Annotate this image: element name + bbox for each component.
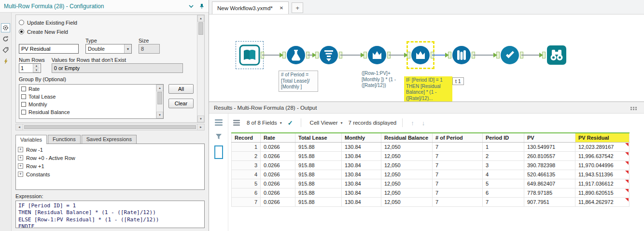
- annotation-tab-button[interactable]: [1, 45, 10, 55]
- data-page-button[interactable]: [214, 145, 223, 159]
- table-row[interactable]: 20.0266915.88130.8412,05072260.81055711,…: [232, 151, 630, 160]
- table-row[interactable]: 40.0266915.88130.8412,05074520.46613511,…: [232, 170, 630, 179]
- cell[interactable]: 2: [232, 151, 261, 160]
- cell[interactable]: 11,943.511396: [575, 170, 630, 179]
- cell[interactable]: 2: [483, 151, 524, 160]
- events-tab-button[interactable]: [1, 57, 10, 66]
- cell[interactable]: 520.466135: [524, 170, 575, 179]
- scroll-thumb[interactable]: [198, 22, 203, 35]
- cell[interactable]: 390.782398: [524, 160, 575, 170]
- group-by-item[interactable]: Residual Balance: [19, 108, 156, 116]
- floating-text-box[interactable]: t 1: [452, 77, 464, 85]
- workflow-canvas[interactable]: t 1 # of Period = [Total Lease]/ [Monthl…: [209, 14, 644, 101]
- cell[interactable]: 12,050: [381, 170, 433, 179]
- up-arrow-icon[interactable]: ↑: [408, 119, 417, 127]
- tree-item[interactable]: +Constants: [18, 170, 202, 178]
- cell[interactable]: 12,050: [381, 142, 433, 151]
- radio-icon-checked[interactable]: [19, 29, 24, 34]
- cell[interactable]: 0.0266: [261, 160, 295, 170]
- cell[interactable]: 3: [483, 160, 524, 170]
- table-row[interactable]: 70.0266915.88130.8412,05077907.795111,86…: [232, 197, 630, 206]
- cell[interactable]: 915.88: [295, 179, 342, 188]
- configuration-tab-button[interactable]: [1, 23, 10, 32]
- expand-icon[interactable]: +: [18, 155, 23, 160]
- cell[interactable]: 7: [483, 197, 524, 206]
- refresh-button[interactable]: [1, 34, 10, 43]
- cell[interactable]: 11,890.620515: [575, 188, 630, 197]
- radio-icon[interactable]: [19, 20, 24, 25]
- scroll-right-icon[interactable]: ►: [197, 124, 204, 130]
- cell[interactable]: 5: [232, 179, 261, 188]
- cell[interactable]: 7: [433, 160, 483, 170]
- cell[interactable]: 5: [483, 179, 524, 188]
- tool-annotation[interactable]: # of Period = [Total Lease]/ [Monthly ]: [279, 71, 318, 92]
- scroll-thumb[interactable]: [24, 125, 196, 129]
- expand-icon[interactable]: +: [18, 163, 23, 169]
- expand-icon[interactable]: +: [18, 172, 23, 177]
- group-by-item[interactable]: Monthly: [19, 101, 156, 108]
- cell[interactable]: 4: [232, 170, 261, 179]
- chevron-down-icon[interactable]: [188, 3, 194, 9]
- cell[interactable]: 11,864.262972: [575, 197, 630, 206]
- cell[interactable]: 11,970.044996: [575, 160, 630, 170]
- column-header[interactable]: Rate: [261, 133, 295, 142]
- scroll-up-icon[interactable]: ▲: [197, 15, 204, 22]
- type-dropdown[interactable]: Double ▼: [85, 44, 132, 54]
- filter-view-button[interactable]: [213, 131, 224, 141]
- new-field-name-input[interactable]: [19, 44, 79, 54]
- select-tool[interactable]: [452, 45, 471, 65]
- cell[interactable]: 12,050: [381, 197, 433, 206]
- multi-row-formula-tool-1[interactable]: [367, 45, 387, 65]
- scroll-down-icon[interactable]: ▼: [156, 112, 163, 118]
- cell[interactable]: 907.7951: [524, 197, 575, 206]
- table-view-button[interactable]: [213, 117, 224, 127]
- column-header[interactable]: Period ID: [483, 133, 524, 142]
- cell[interactable]: 0.0266: [261, 188, 295, 197]
- cell[interactable]: 12,050: [381, 179, 433, 188]
- cell[interactable]: 12,023.289167: [575, 142, 630, 151]
- formula-tool[interactable]: [286, 45, 306, 65]
- cell[interactable]: 130.84: [342, 197, 381, 206]
- clear-button[interactable]: Clear: [168, 99, 194, 108]
- cell[interactable]: 11,996.637542: [575, 151, 630, 160]
- multi-row-formula-tool-28[interactable]: [411, 45, 430, 65]
- cell[interactable]: 0.0266: [261, 170, 295, 179]
- checkbox[interactable]: [21, 102, 26, 107]
- cell[interactable]: 3: [232, 160, 261, 170]
- cell[interactable]: 915.88: [295, 151, 342, 160]
- group-by-scrollbar[interactable]: ▲ ▼: [156, 85, 163, 118]
- cell[interactable]: 12,050: [381, 188, 433, 197]
- cell[interactable]: 0.0266: [261, 197, 295, 206]
- cell[interactable]: 130.84: [342, 160, 381, 170]
- cell[interactable]: 778.97185: [524, 188, 575, 197]
- cell[interactable]: 7: [433, 151, 483, 160]
- num-rows-input[interactable]: [19, 64, 33, 72]
- splitter-grip[interactable]: [630, 106, 639, 110]
- column-header[interactable]: PV Residual: [575, 133, 630, 142]
- cell[interactable]: 915.88: [295, 160, 342, 170]
- checkbox[interactable]: [21, 94, 26, 99]
- close-icon[interactable]: ✕: [280, 5, 283, 11]
- radio-create-new-field[interactable]: Create New Field: [19, 27, 194, 36]
- cell[interactable]: 649.862407: [524, 179, 575, 188]
- table-row[interactable]: 30.0266915.88130.8412,05073390.78239811,…: [232, 160, 630, 170]
- cell[interactable]: 12,050: [381, 160, 433, 170]
- cell[interactable]: 7: [232, 197, 261, 206]
- scroll-up-icon[interactable]: ▲: [156, 85, 163, 91]
- cell[interactable]: 7: [433, 188, 483, 197]
- all-button[interactable]: All: [168, 84, 194, 94]
- cell[interactable]: 130.84: [342, 188, 381, 197]
- sort-tool[interactable]: [319, 45, 338, 65]
- scroll-down-icon[interactable]: ▼: [197, 116, 204, 122]
- cell[interactable]: 130.84: [342, 179, 381, 188]
- cell[interactable]: 7: [433, 179, 483, 188]
- cell[interactable]: 11,917.036612: [575, 179, 630, 188]
- cell[interactable]: 7: [433, 170, 483, 179]
- tab-functions[interactable]: Functions: [48, 135, 81, 144]
- config-vertical-scrollbar[interactable]: ▲ ▼: [197, 15, 204, 122]
- table-row[interactable]: 60.0266915.88130.8412,05076778.9718511,8…: [232, 188, 630, 197]
- group-by-item[interactable]: Total Lease: [19, 93, 156, 101]
- column-header[interactable]: Record: [232, 133, 261, 142]
- tree-item[interactable]: +Row -1: [18, 145, 202, 154]
- size-input[interactable]: [139, 44, 160, 54]
